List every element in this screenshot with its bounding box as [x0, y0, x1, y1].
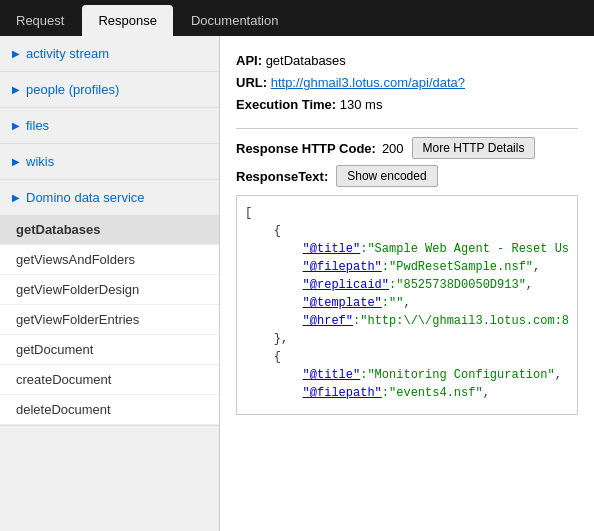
more-http-details-button[interactable]: More HTTP Details — [412, 137, 536, 159]
response-http-row: Response HTTP Code: 200 More HTTP Detail… — [236, 137, 578, 159]
chevron-right-icon-domino: ▶ — [12, 192, 20, 203]
sidebar-item-deleteDocument[interactable]: deleteDocument — [0, 395, 219, 425]
sidebar-section-header-domino[interactable]: ▶ Domino data service — [0, 180, 219, 215]
content-area: API: getDatabases URL: http://ghmail3.lo… — [220, 36, 594, 531]
sidebar-section-files: ▶ files — [0, 108, 219, 144]
response-text-row: ResponseText: Show encoded — [236, 165, 578, 187]
sidebar-section-header-files[interactable]: ▶ files — [0, 108, 219, 143]
sidebar-item-getViewFolderEntries[interactable]: getViewFolderEntries — [0, 305, 219, 335]
api-row: API: getDatabases — [236, 50, 578, 72]
code-area[interactable]: [ { "@title":"Sample Web Agent - Reset U… — [236, 195, 578, 415]
sidebar-section-activity-stream: ▶ activity stream — [0, 36, 219, 72]
sidebar-section-people: ▶ people (profiles) — [0, 72, 219, 108]
url-label: URL: — [236, 75, 267, 90]
sidebar-section-label-domino: Domino data service — [26, 190, 145, 205]
show-encoded-button[interactable]: Show encoded — [336, 165, 437, 187]
sidebar-section-wikis: ▶ wikis — [0, 144, 219, 180]
main-layout: ▶ activity stream ▶ people (profiles) ▶ … — [0, 36, 594, 531]
tab-documentation[interactable]: Documentation — [175, 5, 294, 36]
tab-bar: Request Response Documentation — [0, 0, 594, 36]
tab-response[interactable]: Response — [82, 5, 173, 36]
api-info: API: getDatabases URL: http://ghmail3.lo… — [236, 50, 578, 116]
url-value[interactable]: http://ghmail3.lotus.com/api/data? — [271, 75, 465, 90]
chevron-right-icon-wikis: ▶ — [12, 156, 20, 167]
sidebar-section-label-files: files — [26, 118, 49, 133]
sidebar-section-label-activity-stream: activity stream — [26, 46, 109, 61]
exec-time-value: 130 ms — [340, 97, 383, 112]
sidebar-item-getViewFolderDesign[interactable]: getViewFolderDesign — [0, 275, 219, 305]
sidebar-item-getDocument[interactable]: getDocument — [0, 335, 219, 365]
sidebar-section-domino: ▶ Domino data service getDatabases getVi… — [0, 180, 219, 426]
sidebar-item-getViewsAndFolders[interactable]: getViewsAndFolders — [0, 245, 219, 275]
exec-time-label: Execution Time: — [236, 97, 336, 112]
sidebar-section-header-people[interactable]: ▶ people (profiles) — [0, 72, 219, 107]
sidebar-section-header-wikis[interactable]: ▶ wikis — [0, 144, 219, 179]
chevron-right-icon-people: ▶ — [12, 84, 20, 95]
sidebar-sub-items-domino: getDatabases getViewsAndFolders getViewF… — [0, 215, 219, 425]
exec-time-row: Execution Time: 130 ms — [236, 94, 578, 116]
tab-request[interactable]: Request — [0, 5, 80, 36]
response-text-label: ResponseText: — [236, 169, 328, 184]
sidebar-section-label-people: people (profiles) — [26, 82, 119, 97]
chevron-right-icon: ▶ — [12, 48, 20, 59]
response-http-code: 200 — [382, 141, 404, 156]
api-name: getDatabases — [266, 53, 346, 68]
url-row: URL: http://ghmail3.lotus.com/api/data? — [236, 72, 578, 94]
sidebar: ▶ activity stream ▶ people (profiles) ▶ … — [0, 36, 220, 531]
sidebar-section-header-activity-stream[interactable]: ▶ activity stream — [0, 36, 219, 71]
api-label: API: — [236, 53, 262, 68]
divider-1 — [236, 128, 578, 129]
sidebar-item-createDocument[interactable]: createDocument — [0, 365, 219, 395]
sidebar-section-label-wikis: wikis — [26, 154, 54, 169]
sidebar-item-getDatabases[interactable]: getDatabases — [0, 215, 219, 245]
chevron-right-icon-files: ▶ — [12, 120, 20, 131]
response-http-label: Response HTTP Code: — [236, 141, 376, 156]
